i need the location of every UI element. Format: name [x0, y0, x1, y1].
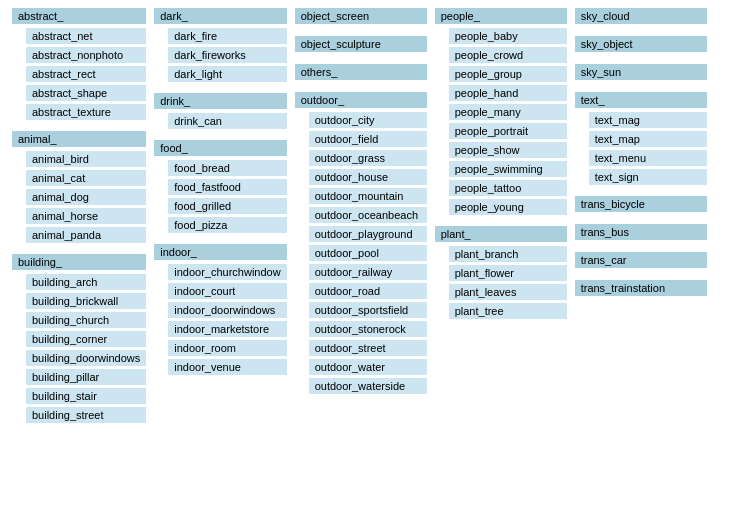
category-item[interactable]: people_crowd: [449, 47, 567, 63]
main-container: abstract_abstract_netabstract_nonphotoab…: [0, 0, 745, 432]
category-header[interactable]: drink_: [154, 93, 286, 109]
category-item[interactable]: people_many: [449, 104, 567, 120]
category-header[interactable]: trans_car: [575, 252, 707, 268]
category-item[interactable]: building_street: [26, 407, 146, 423]
category-header[interactable]: trans_bus: [575, 224, 707, 240]
category-item[interactable]: text_map: [589, 131, 707, 147]
category-item[interactable]: outdoor_stonerock: [309, 321, 427, 337]
category-header[interactable]: text_: [575, 92, 707, 108]
category-header[interactable]: indoor_: [154, 244, 286, 260]
category-item[interactable]: people_hand: [449, 85, 567, 101]
category-item[interactable]: people_young: [449, 199, 567, 215]
category-item[interactable]: animal_horse: [26, 208, 146, 224]
category-item[interactable]: people_portrait: [449, 123, 567, 139]
category-item[interactable]: people_group: [449, 66, 567, 82]
category-header[interactable]: object_sculpture: [295, 36, 427, 52]
category-item[interactable]: plant_tree: [449, 303, 567, 319]
category-item[interactable]: dark_light: [168, 66, 286, 82]
category-header[interactable]: sky_cloud: [575, 8, 707, 24]
category-item[interactable]: abstract_rect: [26, 66, 146, 82]
category-item[interactable]: drink_can: [168, 113, 286, 129]
column-col2: dark_dark_firedark_fireworksdark_lightdr…: [150, 8, 290, 424]
category-item[interactable]: dark_fireworks: [168, 47, 286, 63]
column-col4: people_people_babypeople_crowdpeople_gro…: [431, 8, 571, 424]
category-item[interactable]: abstract_texture: [26, 104, 146, 120]
category-header[interactable]: people_: [435, 8, 567, 24]
category-item[interactable]: outdoor_railway: [309, 264, 427, 280]
category-item[interactable]: outdoor_oceanbeach: [309, 207, 427, 223]
category-item[interactable]: outdoor_street: [309, 340, 427, 356]
category-item[interactable]: plant_leaves: [449, 284, 567, 300]
category-header[interactable]: trans_bicycle: [575, 196, 707, 212]
category-item[interactable]: people_baby: [449, 28, 567, 44]
category-item[interactable]: animal_dog: [26, 189, 146, 205]
category-item[interactable]: indoor_court: [168, 283, 286, 299]
category-item[interactable]: people_tattoo: [449, 180, 567, 196]
column-col1: abstract_abstract_netabstract_nonphotoab…: [8, 8, 150, 424]
category-header[interactable]: object_screen: [295, 8, 427, 24]
category-item[interactable]: food_pizza: [168, 217, 286, 233]
category-item[interactable]: outdoor_house: [309, 169, 427, 185]
category-header[interactable]: animal_: [12, 131, 146, 147]
category-item[interactable]: food_fastfood: [168, 179, 286, 195]
category-item[interactable]: indoor_venue: [168, 359, 286, 375]
category-item[interactable]: indoor_doorwindows: [168, 302, 286, 318]
category-item[interactable]: food_grilled: [168, 198, 286, 214]
category-item[interactable]: abstract_net: [26, 28, 146, 44]
category-header[interactable]: plant_: [435, 226, 567, 242]
category-item[interactable]: dark_fire: [168, 28, 286, 44]
category-item[interactable]: outdoor_city: [309, 112, 427, 128]
column-col5: sky_cloudsky_objectsky_suntext_text_magt…: [571, 8, 711, 424]
category-item[interactable]: outdoor_waterside: [309, 378, 427, 394]
category-item[interactable]: outdoor_pool: [309, 245, 427, 261]
category-header[interactable]: sky_object: [575, 36, 707, 52]
category-header[interactable]: trans_trainstation: [575, 280, 707, 296]
category-item[interactable]: text_sign: [589, 169, 707, 185]
category-item[interactable]: outdoor_water: [309, 359, 427, 375]
category-item[interactable]: outdoor_mountain: [309, 188, 427, 204]
category-item[interactable]: building_church: [26, 312, 146, 328]
category-item[interactable]: animal_cat: [26, 170, 146, 186]
category-header[interactable]: others_: [295, 64, 427, 80]
category-item[interactable]: outdoor_road: [309, 283, 427, 299]
category-item[interactable]: indoor_churchwindow: [168, 264, 286, 280]
category-item[interactable]: indoor_marketstore: [168, 321, 286, 337]
category-item[interactable]: people_show: [449, 142, 567, 158]
category-item[interactable]: text_menu: [589, 150, 707, 166]
category-header[interactable]: food_: [154, 140, 286, 156]
category-header[interactable]: sky_sun: [575, 64, 707, 80]
category-item[interactable]: building_doorwindows: [26, 350, 146, 366]
category-item[interactable]: indoor_room: [168, 340, 286, 356]
category-header[interactable]: dark_: [154, 8, 286, 24]
category-item[interactable]: building_corner: [26, 331, 146, 347]
category-item[interactable]: abstract_shape: [26, 85, 146, 101]
category-item[interactable]: plant_flower: [449, 265, 567, 281]
category-item[interactable]: building_stair: [26, 388, 146, 404]
column-col3: object_screenobject_sculptureothers_outd…: [291, 8, 431, 424]
category-item[interactable]: plant_branch: [449, 246, 567, 262]
category-item[interactable]: building_pillar: [26, 369, 146, 385]
category-item[interactable]: food_bread: [168, 160, 286, 176]
category-item[interactable]: building_arch: [26, 274, 146, 290]
category-item[interactable]: animal_bird: [26, 151, 146, 167]
category-item[interactable]: outdoor_playground: [309, 226, 427, 242]
category-item[interactable]: abstract_nonphoto: [26, 47, 146, 63]
category-item[interactable]: outdoor_grass: [309, 150, 427, 166]
category-item[interactable]: text_mag: [589, 112, 707, 128]
category-item[interactable]: animal_panda: [26, 227, 146, 243]
category-item[interactable]: outdoor_sportsfield: [309, 302, 427, 318]
category-item[interactable]: outdoor_field: [309, 131, 427, 147]
category-header[interactable]: outdoor_: [295, 92, 427, 108]
category-header[interactable]: abstract_: [12, 8, 146, 24]
category-item[interactable]: building_brickwall: [26, 293, 146, 309]
category-header[interactable]: building_: [12, 254, 146, 270]
category-item[interactable]: people_swimming: [449, 161, 567, 177]
